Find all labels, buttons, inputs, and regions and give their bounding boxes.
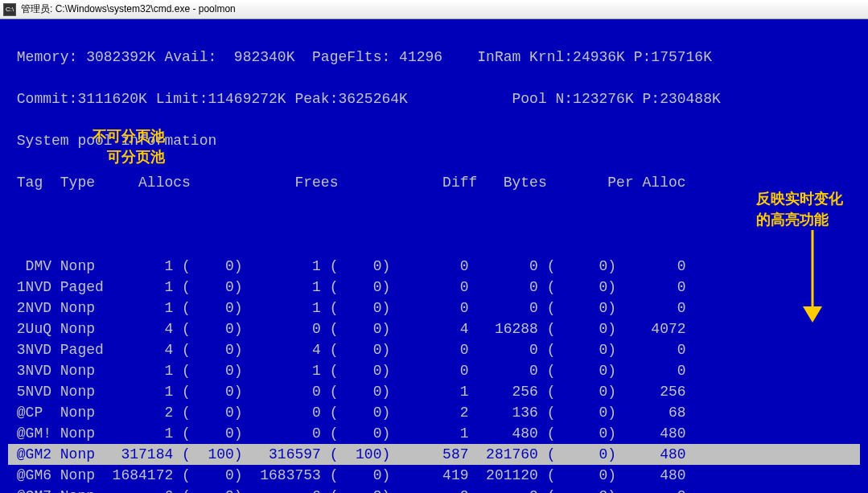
pool-row: @GM6 Nonp 1684172 ( 0) 1683753 ( 0) 419 …	[8, 465, 860, 486]
pool-row: 5NVD Nonp 1 ( 0) 0 ( 0) 1 256 ( 0) 256	[8, 381, 860, 402]
column-headers: Tag Type Allocs Frees Diff Bytes Per All…	[8, 172, 860, 193]
pool-row: 3NVD Paged 4 ( 0) 4 ( 0) 0 0 ( 0) 0	[8, 339, 860, 360]
pool-row: 2NVD Nonp 1 ( 0) 1 ( 0) 0 0 ( 0) 0	[8, 298, 860, 318]
pool-row: @CP Nonp 2 ( 0) 0 ( 0) 2 136 ( 0) 68	[8, 402, 860, 423]
pool-row: @GM! Nonp 1 ( 0) 0 ( 0) 1 480 ( 0) 480	[8, 423, 860, 444]
window-title-bar: C:\ 管理员: C:\Windows\system32\cmd.exe - p…	[0, 0, 868, 19]
pool-row: 1NVD Paged 1 ( 0) 1 ( 0) 0 0 ( 0) 0	[8, 277, 860, 298]
blank-row	[8, 214, 860, 235]
cmd-icon: C:\	[3, 3, 16, 16]
header-commit: Commit:3111620K Limit:11469272K Peak:362…	[8, 88, 860, 109]
pool-row: 3NVD Nonp 1 ( 0) 1 ( 0) 0 0 ( 0) 0	[8, 360, 860, 381]
header-memory: Memory: 3082392K Avail: 982340K PageFlts…	[8, 47, 860, 68]
pool-row: @GM7 Nonp 6 ( 0) 6 ( 0) 0 0 ( 0) 0	[8, 486, 860, 493]
pool-row: @GM2 Nonp 317184 ( 100) 316597 ( 100) 58…	[8, 444, 860, 465]
terminal-output: Memory: 3082392K Avail: 982340K PageFlts…	[0, 19, 868, 493]
header-system: System pool information	[8, 130, 860, 151]
pool-row: 2UuQ Nonp 4 ( 0) 0 ( 0) 4 16288 ( 0) 407…	[8, 318, 860, 339]
pool-row: DMV Nonp 1 ( 0) 1 ( 0) 0 0 ( 0) 0	[8, 256, 860, 277]
window-title: 管理员: C:\Windows\system32\cmd.exe - poolm…	[21, 2, 236, 16]
